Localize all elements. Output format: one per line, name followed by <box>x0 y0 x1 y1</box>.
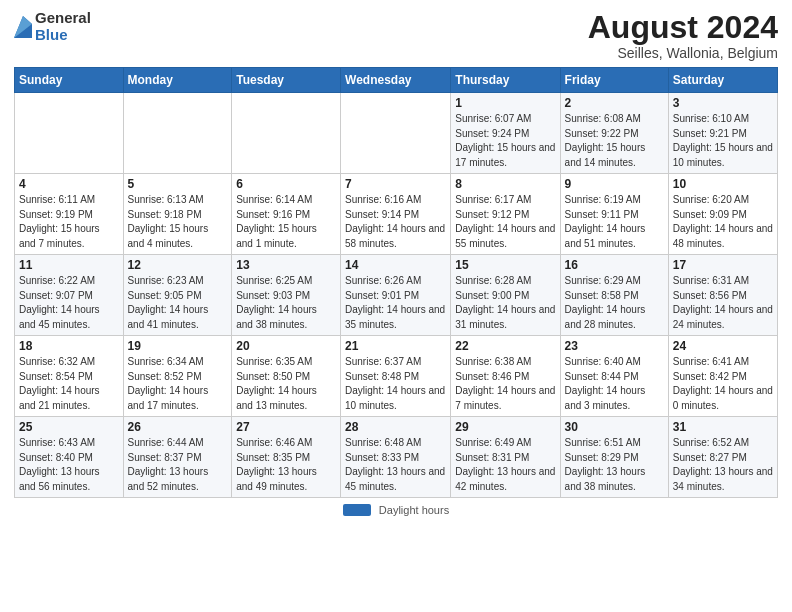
day-number: 29 <box>455 420 555 434</box>
day-number: 22 <box>455 339 555 353</box>
day-number: 23 <box>565 339 664 353</box>
day-header-thursday: Thursday <box>451 68 560 93</box>
day-number: 10 <box>673 177 773 191</box>
calendar-cell: 18Sunrise: 6:32 AMSunset: 8:54 PMDayligh… <box>15 336 124 417</box>
header-row: SundayMondayTuesdayWednesdayThursdayFrid… <box>15 68 778 93</box>
day-info: Sunrise: 6:51 AMSunset: 8:29 PMDaylight:… <box>565 436 664 494</box>
calendar-cell: 2Sunrise: 6:08 AMSunset: 9:22 PMDaylight… <box>560 93 668 174</box>
title-block: August 2024 Seilles, Wallonia, Belgium <box>588 10 778 61</box>
day-info: Sunrise: 6:26 AMSunset: 9:01 PMDaylight:… <box>345 274 446 332</box>
day-number: 30 <box>565 420 664 434</box>
calendar-cell: 3Sunrise: 6:10 AMSunset: 9:21 PMDaylight… <box>668 93 777 174</box>
page: General Blue August 2024 Seilles, Wallon… <box>0 0 792 612</box>
day-number: 18 <box>19 339 119 353</box>
day-number: 24 <box>673 339 773 353</box>
calendar-cell: 1Sunrise: 6:07 AMSunset: 9:24 PMDaylight… <box>451 93 560 174</box>
day-number: 12 <box>128 258 228 272</box>
calendar-cell <box>123 93 232 174</box>
day-info: Sunrise: 6:43 AMSunset: 8:40 PMDaylight:… <box>19 436 119 494</box>
calendar-header: SundayMondayTuesdayWednesdayThursdayFrid… <box>15 68 778 93</box>
calendar-cell: 12Sunrise: 6:23 AMSunset: 9:05 PMDayligh… <box>123 255 232 336</box>
day-info: Sunrise: 6:38 AMSunset: 8:46 PMDaylight:… <box>455 355 555 413</box>
day-header-tuesday: Tuesday <box>232 68 341 93</box>
calendar-cell: 17Sunrise: 6:31 AMSunset: 8:56 PMDayligh… <box>668 255 777 336</box>
day-info: Sunrise: 6:22 AMSunset: 9:07 PMDaylight:… <box>19 274 119 332</box>
daylight-label: Daylight hours <box>379 504 449 516</box>
calendar-cell: 27Sunrise: 6:46 AMSunset: 8:35 PMDayligh… <box>232 417 341 498</box>
day-info: Sunrise: 6:28 AMSunset: 9:00 PMDaylight:… <box>455 274 555 332</box>
logo-text: General Blue <box>35 10 91 43</box>
day-info: Sunrise: 6:29 AMSunset: 8:58 PMDaylight:… <box>565 274 664 332</box>
calendar-cell: 23Sunrise: 6:40 AMSunset: 8:44 PMDayligh… <box>560 336 668 417</box>
calendar-cell <box>15 93 124 174</box>
day-info: Sunrise: 6:31 AMSunset: 8:56 PMDaylight:… <box>673 274 773 332</box>
calendar-cell: 16Sunrise: 6:29 AMSunset: 8:58 PMDayligh… <box>560 255 668 336</box>
week-row-1: 1Sunrise: 6:07 AMSunset: 9:24 PMDaylight… <box>15 93 778 174</box>
day-info: Sunrise: 6:11 AMSunset: 9:19 PMDaylight:… <box>19 193 119 251</box>
calendar-cell: 24Sunrise: 6:41 AMSunset: 8:42 PMDayligh… <box>668 336 777 417</box>
week-row-5: 25Sunrise: 6:43 AMSunset: 8:40 PMDayligh… <box>15 417 778 498</box>
week-row-4: 18Sunrise: 6:32 AMSunset: 8:54 PMDayligh… <box>15 336 778 417</box>
day-header-sunday: Sunday <box>15 68 124 93</box>
logo: General Blue <box>14 10 91 43</box>
calendar-cell <box>232 93 341 174</box>
logo-general-text: General <box>35 10 91 27</box>
main-title: August 2024 <box>588 10 778 45</box>
day-number: 6 <box>236 177 336 191</box>
calendar-cell: 11Sunrise: 6:22 AMSunset: 9:07 PMDayligh… <box>15 255 124 336</box>
logo-blue-text: Blue <box>35 27 91 44</box>
day-info: Sunrise: 6:08 AMSunset: 9:22 PMDaylight:… <box>565 112 664 170</box>
day-header-friday: Friday <box>560 68 668 93</box>
calendar-cell: 8Sunrise: 6:17 AMSunset: 9:12 PMDaylight… <box>451 174 560 255</box>
day-number: 1 <box>455 96 555 110</box>
subtitle: Seilles, Wallonia, Belgium <box>588 45 778 61</box>
day-info: Sunrise: 6:23 AMSunset: 9:05 PMDaylight:… <box>128 274 228 332</box>
calendar-cell: 5Sunrise: 6:13 AMSunset: 9:18 PMDaylight… <box>123 174 232 255</box>
day-info: Sunrise: 6:49 AMSunset: 8:31 PMDaylight:… <box>455 436 555 494</box>
day-number: 19 <box>128 339 228 353</box>
day-info: Sunrise: 6:40 AMSunset: 8:44 PMDaylight:… <box>565 355 664 413</box>
calendar-cell: 7Sunrise: 6:16 AMSunset: 9:14 PMDaylight… <box>341 174 451 255</box>
day-info: Sunrise: 6:41 AMSunset: 8:42 PMDaylight:… <box>673 355 773 413</box>
day-info: Sunrise: 6:20 AMSunset: 9:09 PMDaylight:… <box>673 193 773 251</box>
calendar-body: 1Sunrise: 6:07 AMSunset: 9:24 PMDaylight… <box>15 93 778 498</box>
calendar-cell: 21Sunrise: 6:37 AMSunset: 8:48 PMDayligh… <box>341 336 451 417</box>
day-header-saturday: Saturday <box>668 68 777 93</box>
day-info: Sunrise: 6:16 AMSunset: 9:14 PMDaylight:… <box>345 193 446 251</box>
day-header-monday: Monday <box>123 68 232 93</box>
calendar: SundayMondayTuesdayWednesdayThursdayFrid… <box>14 67 778 498</box>
calendar-cell: 29Sunrise: 6:49 AMSunset: 8:31 PMDayligh… <box>451 417 560 498</box>
day-number: 28 <box>345 420 446 434</box>
day-number: 11 <box>19 258 119 272</box>
calendar-cell: 31Sunrise: 6:52 AMSunset: 8:27 PMDayligh… <box>668 417 777 498</box>
day-number: 3 <box>673 96 773 110</box>
week-row-2: 4Sunrise: 6:11 AMSunset: 9:19 PMDaylight… <box>15 174 778 255</box>
day-number: 4 <box>19 177 119 191</box>
day-number: 9 <box>565 177 664 191</box>
day-info: Sunrise: 6:14 AMSunset: 9:16 PMDaylight:… <box>236 193 336 251</box>
calendar-cell <box>341 93 451 174</box>
day-info: Sunrise: 6:07 AMSunset: 9:24 PMDaylight:… <box>455 112 555 170</box>
calendar-cell: 20Sunrise: 6:35 AMSunset: 8:50 PMDayligh… <box>232 336 341 417</box>
day-header-wednesday: Wednesday <box>341 68 451 93</box>
day-info: Sunrise: 6:37 AMSunset: 8:48 PMDaylight:… <box>345 355 446 413</box>
calendar-cell: 13Sunrise: 6:25 AMSunset: 9:03 PMDayligh… <box>232 255 341 336</box>
calendar-cell: 25Sunrise: 6:43 AMSunset: 8:40 PMDayligh… <box>15 417 124 498</box>
day-info: Sunrise: 6:34 AMSunset: 8:52 PMDaylight:… <box>128 355 228 413</box>
calendar-cell: 6Sunrise: 6:14 AMSunset: 9:16 PMDaylight… <box>232 174 341 255</box>
day-number: 8 <box>455 177 555 191</box>
calendar-cell: 9Sunrise: 6:19 AMSunset: 9:11 PMDaylight… <box>560 174 668 255</box>
day-number: 20 <box>236 339 336 353</box>
footer: Daylight hours <box>14 504 778 516</box>
calendar-cell: 15Sunrise: 6:28 AMSunset: 9:00 PMDayligh… <box>451 255 560 336</box>
day-info: Sunrise: 6:46 AMSunset: 8:35 PMDaylight:… <box>236 436 336 494</box>
daylight-swatch <box>343 504 371 516</box>
day-number: 2 <box>565 96 664 110</box>
header: General Blue August 2024 Seilles, Wallon… <box>14 10 778 61</box>
day-number: 16 <box>565 258 664 272</box>
day-info: Sunrise: 6:35 AMSunset: 8:50 PMDaylight:… <box>236 355 336 413</box>
week-row-3: 11Sunrise: 6:22 AMSunset: 9:07 PMDayligh… <box>15 255 778 336</box>
calendar-cell: 4Sunrise: 6:11 AMSunset: 9:19 PMDaylight… <box>15 174 124 255</box>
calendar-cell: 22Sunrise: 6:38 AMSunset: 8:46 PMDayligh… <box>451 336 560 417</box>
day-info: Sunrise: 6:13 AMSunset: 9:18 PMDaylight:… <box>128 193 228 251</box>
